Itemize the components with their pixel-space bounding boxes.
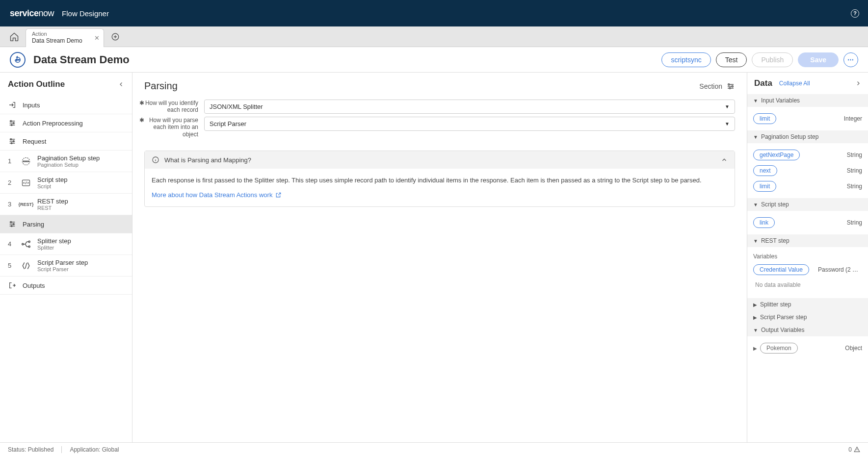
section-input-variables[interactable]: ▼Input Variables [747, 94, 868, 107]
footer-status: Status: Published [8, 446, 53, 453]
product-name: Flow Designer [62, 9, 109, 18]
var-pill-credential[interactable]: Credential Value [753, 264, 809, 275]
tab-bar: Action Data Stream Demo ✕ [0, 26, 868, 47]
close-icon[interactable]: ✕ [94, 34, 100, 42]
svg-point-19 [732, 85, 733, 87]
svg-point-14 [11, 226, 12, 227]
back-button[interactable] [10, 52, 26, 68]
section-script-step[interactable]: ▼Script step [747, 198, 868, 211]
data-var-row: next String [753, 163, 862, 178]
data-var-row: Credential Value Password (2 Way... [753, 262, 862, 278]
data-var-row: ▶ Pokemon Object [753, 340, 862, 356]
expand-panel-icon[interactable] [855, 80, 861, 86]
script-parser-icon [21, 261, 31, 271]
script-icon [21, 178, 31, 188]
footer-app: Application: Global [70, 446, 119, 453]
tab-name: Data Stream Demo [32, 37, 91, 44]
svg-point-8 [24, 160, 25, 162]
section-script-parser-step[interactable]: ▶Script Parser step [747, 311, 868, 324]
warning-icon[interactable] [854, 446, 860, 453]
var-pill-limit[interactable]: limit [753, 113, 776, 124]
field2-label: ✱How will you parse each item into an ob… [144, 117, 198, 138]
outline-step-4[interactable]: 4 Splitter step Splitter [0, 233, 132, 255]
tab-action[interactable]: Action Data Stream Demo ✕ [26, 28, 104, 47]
var-pill-limit2[interactable]: limit [753, 181, 776, 192]
section-icon [726, 82, 735, 91]
center-title: Parsing [144, 80, 178, 92]
data-var-row: limit String [753, 178, 862, 194]
data-title: Data [754, 78, 772, 88]
outline-parsing[interactable]: Parsing [0, 215, 132, 233]
var-pill-link[interactable]: link [753, 217, 775, 228]
section-output-variables[interactable]: ▼Output Variables [747, 324, 868, 336]
svg-point-18 [728, 83, 730, 85]
header-row: Data Stream Demo scriptsync Test Publish… [0, 47, 868, 73]
svg-point-3 [11, 125, 12, 126]
section-control[interactable]: Section [699, 82, 735, 91]
info-body-text: Each response is first passed to the Spl… [152, 176, 728, 185]
section-splitter-step[interactable]: ▶Splitter step [747, 298, 868, 311]
data-var-row: link String [753, 215, 862, 230]
field1-select[interactable]: JSON/XML Splitter ▼ [204, 100, 735, 114]
collapse-all-link[interactable]: Collapse All [779, 80, 810, 87]
outline-outputs[interactable]: Outputs [0, 277, 132, 295]
sidebar: Action Outline Inputs Action Preprocessi… [0, 73, 132, 442]
svg-point-16 [28, 241, 30, 242]
no-data-text: No data available [753, 278, 862, 294]
chevron-up-icon [721, 156, 728, 163]
sidebar-title: Action Outline [8, 79, 65, 89]
chevron-down-icon: ▼ [725, 104, 730, 109]
parsing-icon [8, 220, 17, 228]
more-button[interactable]: ⋯ [843, 52, 858, 67]
home-button[interactable] [5, 27, 24, 46]
rest-icon: {REST} [21, 202, 31, 207]
outline-preprocessing[interactable]: Action Preprocessing [0, 114, 132, 132]
info-box: What is Parsing and Mapping? Each respon… [144, 151, 735, 207]
publish-button: Publish [752, 52, 793, 67]
info-header[interactable]: What is Parsing and Mapping? [145, 151, 735, 169]
outputs-icon [8, 281, 17, 289]
outline-inputs[interactable]: Inputs [0, 96, 132, 114]
data-var-row: getNextPage String [753, 147, 862, 163]
var-pill-getnextpage[interactable]: getNextPage [753, 150, 800, 160]
info-icon [152, 156, 159, 164]
chevron-down-icon: ▼ [725, 121, 730, 127]
page-title: Data Stream Demo [33, 53, 661, 66]
section-pagination-setup[interactable]: ▼Pagination Setup step [747, 130, 868, 143]
var-pill-next[interactable]: next [753, 165, 777, 176]
data-var-row: limit Integer [753, 111, 862, 127]
top-bar: servicenow Flow Designer ? [0, 0, 868, 26]
test-button[interactable]: Test [716, 52, 747, 67]
tab-type: Action [32, 31, 91, 37]
center-panel: Parsing Section ✱How will you identify e… [132, 73, 747, 442]
scriptsync-button[interactable]: scriptsync [661, 52, 710, 67]
inputs-icon [8, 101, 17, 109]
field1-label: ✱How will you identify each record [144, 100, 198, 114]
svg-point-13 [13, 224, 14, 225]
data-panel: Data Collapse All ▼Input Variables limit… [747, 73, 868, 442]
outline-step-2[interactable]: 2 Script step Script [0, 172, 132, 194]
field2-select[interactable]: Script Parser ▼ [204, 117, 735, 131]
logo: servicenow [10, 8, 54, 19]
outline-step-3[interactable]: 3 {REST} REST step REST [0, 194, 132, 215]
footer: Status: Published Application: Global 0 [0, 442, 868, 456]
save-button[interactable]: Save [798, 52, 839, 67]
info-link[interactable]: More about how Data Stream Actions work [152, 190, 282, 200]
outline-request[interactable]: Request [0, 132, 132, 151]
svg-point-10 [27, 160, 29, 162]
svg-point-5 [13, 141, 14, 142]
collapse-sidebar-icon[interactable] [118, 81, 124, 87]
section-rest-step[interactable]: ▼REST step [747, 234, 868, 247]
header-actions: scriptsync Test Publish Save ⋯ [661, 52, 858, 67]
var-pill-pokemon[interactable]: Pokemon [760, 343, 798, 354]
outline-step-5[interactable]: 5 Script Parser step Script Parser [0, 255, 132, 277]
footer-count: 0 [848, 446, 852, 453]
pagination-icon [21, 156, 31, 166]
add-tab-button[interactable] [108, 29, 123, 44]
svg-point-4 [10, 139, 12, 140]
external-link-icon [275, 192, 282, 198]
splitter-icon [21, 239, 31, 249]
help-icon[interactable]: ? [851, 9, 859, 18]
outline-step-1[interactable]: 1 Pagination Setup step Pagination Setup [0, 151, 132, 172]
svg-point-12 [10, 222, 12, 223]
